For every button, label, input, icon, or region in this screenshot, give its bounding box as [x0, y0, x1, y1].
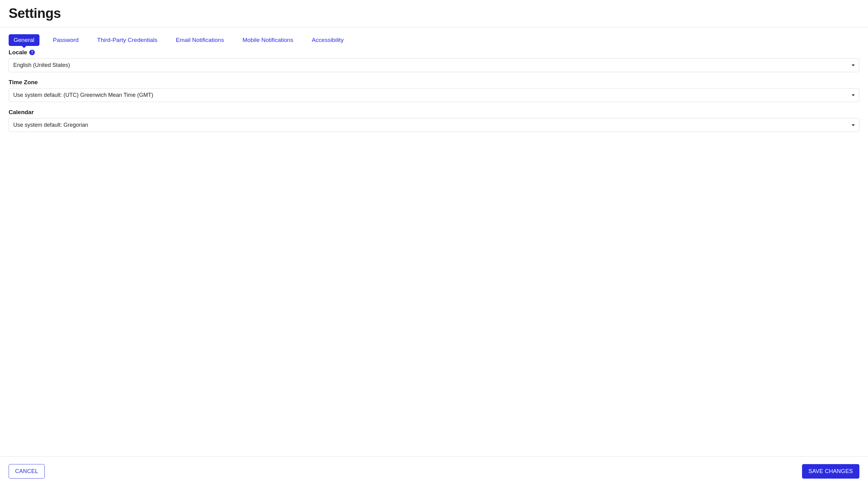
timezone-select[interactable]: Use system default: (UTC) Greenwich Mean…	[9, 88, 859, 102]
calendar-group: Calendar Use system default: Gregorian	[9, 109, 859, 132]
tab-label: Mobile Notifications	[243, 37, 293, 43]
help-icon[interactable]	[29, 49, 35, 56]
tab-label: Accessibility	[312, 37, 343, 43]
tab-label: General	[13, 37, 34, 43]
caret-down-icon	[852, 94, 855, 96]
cancel-button[interactable]: CANCEL	[9, 464, 45, 479]
timezone-label: Time Zone	[9, 79, 38, 86]
tabs-nav: General Password Third-Party Credentials…	[9, 34, 859, 46]
timezone-label-row: Time Zone	[9, 79, 859, 86]
locale-label: Locale	[9, 49, 27, 56]
tab-email-notifications[interactable]: Email Notifications	[171, 34, 229, 46]
caret-down-icon	[852, 64, 855, 66]
calendar-value: Use system default: Gregorian	[13, 122, 88, 128]
tab-password[interactable]: Password	[48, 34, 84, 46]
calendar-label: Calendar	[9, 109, 34, 116]
calendar-label-row: Calendar	[9, 109, 859, 116]
page-title: Settings	[9, 5, 859, 21]
tab-mobile-notifications[interactable]: Mobile Notifications	[238, 34, 299, 46]
locale-group: Locale English (United States)	[9, 49, 859, 72]
tab-label: Third-Party Credentials	[97, 37, 157, 43]
tab-third-party-credentials[interactable]: Third-Party Credentials	[92, 34, 162, 46]
tab-general[interactable]: General	[9, 34, 39, 46]
tab-accessibility[interactable]: Accessibility	[307, 34, 348, 46]
tab-label: Password	[53, 37, 79, 43]
tab-label: Email Notifications	[176, 37, 224, 43]
content-area: General Password Third-Party Credentials…	[0, 27, 868, 456]
footer-actions: CANCEL SAVE CHANGES	[0, 456, 868, 486]
caret-down-icon	[852, 124, 855, 126]
page-header: Settings	[0, 0, 868, 27]
locale-value: English (United States)	[13, 62, 70, 68]
save-changes-button[interactable]: SAVE CHANGES	[802, 464, 859, 479]
timezone-value: Use system default: (UTC) Greenwich Mean…	[13, 92, 153, 98]
locale-select[interactable]: English (United States)	[9, 58, 859, 72]
locale-label-row: Locale	[9, 49, 859, 56]
calendar-select[interactable]: Use system default: Gregorian	[9, 118, 859, 132]
timezone-group: Time Zone Use system default: (UTC) Gree…	[9, 79, 859, 102]
